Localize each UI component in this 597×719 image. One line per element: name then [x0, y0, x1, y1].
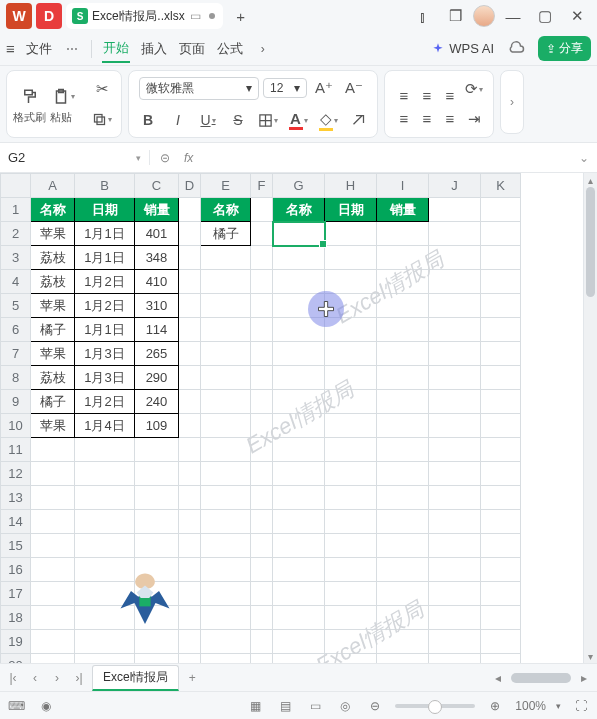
- cell[interactable]: [429, 294, 481, 318]
- italic-button[interactable]: I: [165, 107, 191, 133]
- cell[interactable]: 名称: [31, 198, 75, 222]
- row-header[interactable]: 3: [1, 246, 31, 270]
- cell[interactable]: [75, 630, 135, 654]
- cell[interactable]: [429, 270, 481, 294]
- cell[interactable]: 名称: [273, 198, 325, 222]
- cube-icon[interactable]: ❒: [441, 2, 469, 30]
- cell[interactable]: [135, 558, 179, 582]
- cell[interactable]: 1月3日: [75, 342, 135, 366]
- column-header[interactable]: A: [31, 174, 75, 198]
- cut-icon[interactable]: ✂: [89, 76, 115, 102]
- cell[interactable]: [273, 582, 325, 606]
- cell[interactable]: [273, 510, 325, 534]
- row-header[interactable]: 5: [1, 294, 31, 318]
- cell[interactable]: [179, 270, 201, 294]
- cell[interactable]: 265: [135, 342, 179, 366]
- cell[interactable]: [179, 390, 201, 414]
- cell[interactable]: [201, 606, 251, 630]
- input-mode-icon[interactable]: ⌨: [6, 696, 26, 716]
- spreadsheet-grid[interactable]: ABCDEFGHIJK1名称日期销量名称名称日期销量2苹果1月1日401橘子3荔…: [0, 173, 597, 663]
- row-header[interactable]: 16: [1, 558, 31, 582]
- cell[interactable]: [201, 486, 251, 510]
- document-tab[interactable]: S Excel情报局..xlsx ▭: [66, 3, 223, 29]
- cell[interactable]: [273, 438, 325, 462]
- row-header[interactable]: 14: [1, 510, 31, 534]
- cell[interactable]: [201, 510, 251, 534]
- column-header[interactable]: B: [75, 174, 135, 198]
- cell[interactable]: [273, 294, 325, 318]
- row-header[interactable]: 12: [1, 462, 31, 486]
- cell[interactable]: [201, 654, 251, 664]
- eye-icon[interactable]: ◎: [335, 696, 355, 716]
- cell[interactable]: [325, 606, 377, 630]
- row-header[interactable]: 10: [1, 414, 31, 438]
- cell[interactable]: [325, 438, 377, 462]
- formula-expand[interactable]: ⌄: [571, 151, 597, 165]
- cell[interactable]: 苹果: [31, 414, 75, 438]
- cell[interactable]: [201, 270, 251, 294]
- cell[interactable]: 310: [135, 294, 179, 318]
- cell[interactable]: [273, 270, 325, 294]
- hscroll-right[interactable]: ▸: [575, 669, 593, 687]
- cell[interactable]: 荔枝: [31, 246, 75, 270]
- cell[interactable]: [325, 630, 377, 654]
- cloud-icon[interactable]: [504, 37, 528, 61]
- cell[interactable]: [429, 654, 481, 664]
- cell[interactable]: [377, 486, 429, 510]
- column-header[interactable]: K: [481, 174, 521, 198]
- cell[interactable]: [251, 630, 273, 654]
- tab-close-icon[interactable]: ▭: [189, 9, 203, 23]
- row-header[interactable]: 8: [1, 366, 31, 390]
- font-name-select[interactable]: 微软雅黑▾: [139, 77, 259, 100]
- cell[interactable]: [325, 270, 377, 294]
- row-header[interactable]: 13: [1, 486, 31, 510]
- cell[interactable]: [481, 222, 521, 246]
- cell[interactable]: [377, 582, 429, 606]
- tab-last[interactable]: ›|: [70, 669, 88, 687]
- cell[interactable]: 240: [135, 390, 179, 414]
- cancel-formula-icon[interactable]: ⊝: [160, 151, 170, 165]
- cell[interactable]: [377, 534, 429, 558]
- cell[interactable]: [273, 630, 325, 654]
- menu-chevron-right[interactable]: ›: [254, 40, 272, 58]
- tab-first[interactable]: |‹: [4, 669, 22, 687]
- cell[interactable]: [429, 558, 481, 582]
- view-reader-icon[interactable]: ▭: [305, 696, 325, 716]
- cell[interactable]: [377, 462, 429, 486]
- cell[interactable]: [251, 582, 273, 606]
- column-header[interactable]: E: [201, 174, 251, 198]
- cell[interactable]: [201, 630, 251, 654]
- cell[interactable]: [325, 654, 377, 664]
- cell[interactable]: [481, 294, 521, 318]
- column-header[interactable]: H: [325, 174, 377, 198]
- hamburger-icon[interactable]: ≡: [6, 40, 15, 57]
- cell[interactable]: [273, 462, 325, 486]
- cell[interactable]: 348: [135, 246, 179, 270]
- cell[interactable]: [135, 438, 179, 462]
- horizontal-scrollbar[interactable]: [511, 673, 571, 683]
- cell[interactable]: [325, 390, 377, 414]
- cell[interactable]: [201, 246, 251, 270]
- column-header[interactable]: I: [377, 174, 429, 198]
- indent-button[interactable]: ⇥: [461, 106, 487, 132]
- scroll-up-icon[interactable]: ▴: [584, 173, 597, 187]
- cell[interactable]: 销量: [377, 198, 429, 222]
- row-header[interactable]: 7: [1, 342, 31, 366]
- cell[interactable]: 1月3日: [75, 366, 135, 390]
- name-box[interactable]: G2▾: [0, 150, 150, 165]
- cell[interactable]: 114: [135, 318, 179, 342]
- wps-ai-button[interactable]: WPS AI: [431, 41, 494, 56]
- row-header[interactable]: 20: [1, 654, 31, 664]
- cell[interactable]: [75, 654, 135, 664]
- cell[interactable]: [179, 366, 201, 390]
- cell[interactable]: [325, 558, 377, 582]
- cell[interactable]: [481, 342, 521, 366]
- cell[interactable]: [481, 390, 521, 414]
- cell[interactable]: [135, 534, 179, 558]
- hscroll-left[interactable]: ◂: [489, 669, 507, 687]
- cell[interactable]: [251, 318, 273, 342]
- view-page-icon[interactable]: ▤: [275, 696, 295, 716]
- cell[interactable]: [429, 630, 481, 654]
- increase-font-button[interactable]: A⁺: [311, 75, 337, 101]
- minimize-button[interactable]: —: [499, 2, 527, 30]
